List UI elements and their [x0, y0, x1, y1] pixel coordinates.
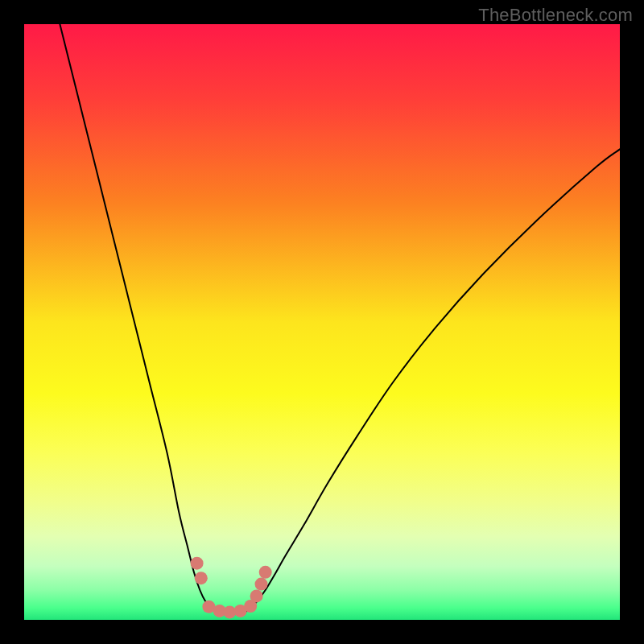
bottleneck-chart: [24, 24, 620, 620]
watermark-label: TheBottleneck.com: [478, 5, 633, 26]
marker-dot: [250, 589, 263, 602]
marker-dot: [191, 557, 204, 570]
marker-dot: [195, 572, 208, 584]
chart-background: [24, 24, 620, 620]
marker-dot: [255, 578, 268, 591]
marker-dot: [259, 566, 272, 579]
